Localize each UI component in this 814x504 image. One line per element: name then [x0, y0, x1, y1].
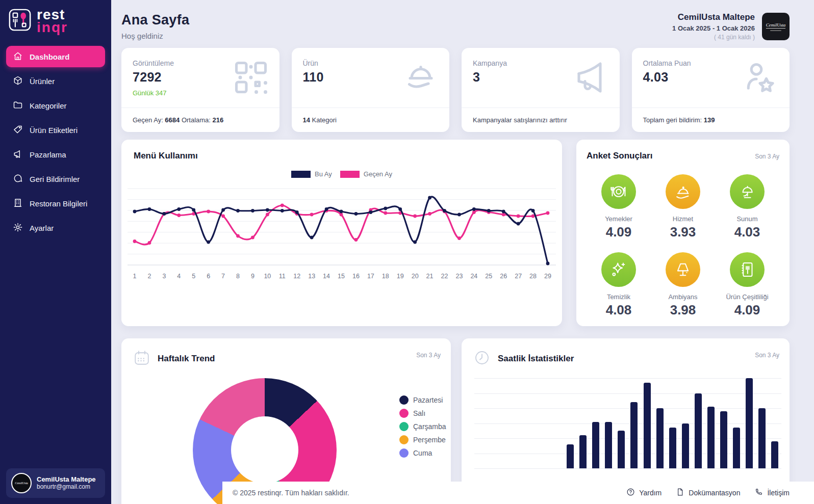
svg-text:9: 9 — [251, 273, 255, 280]
survey-item-yemekler: Yemekler4.09 — [587, 174, 651, 240]
weekly-trend-legend: PazartesiSalıÇarşambaPerşembeCuma — [399, 395, 446, 458]
sidebar-item-ürünler[interactable]: Ürünler — [6, 70, 105, 92]
stat-card-görüntüleme: Görüntüleme7292Günlük 347Geçen Ay: 6684 … — [121, 48, 279, 132]
survey-item-score: 4.09 — [734, 302, 760, 318]
hourly-bar — [644, 383, 651, 468]
qr-icon — [233, 59, 269, 96]
sidebar: rest inqr DashboardÜrünlerKategorilerÜrü… — [0, 0, 111, 504]
svg-text:25: 25 — [485, 273, 492, 280]
survey-item-score: 3.98 — [670, 302, 696, 318]
svg-text:26: 26 — [500, 273, 507, 280]
svg-text:17: 17 — [367, 273, 374, 280]
survey-item-label: Ambiyans — [668, 293, 697, 301]
svg-text:5: 5 — [192, 273, 195, 280]
legend-label: Cuma — [413, 449, 432, 457]
legend-item-bu-ay[interactable]: Bu Ay — [291, 170, 332, 178]
stand-icon — [730, 174, 765, 209]
legend-dot — [399, 395, 409, 405]
survey-item-score: 3.93 — [670, 224, 696, 240]
stat-footer: Geçen Ay: 6684 Ortalama: 216 — [121, 108, 279, 132]
restaurant-logo-text: CemilUsta — [766, 22, 786, 29]
survey-item-sunum: Sunum4.03 — [715, 174, 779, 240]
calendar-icon — [133, 349, 151, 369]
hourly-bar — [733, 428, 740, 468]
svg-text:23: 23 — [455, 273, 463, 280]
svg-text:24: 24 — [470, 273, 477, 280]
menu-usage-line-chart: 1234567891011121314151617181920212223242… — [128, 183, 556, 285]
megaphone-big-icon — [573, 59, 609, 96]
weekly-legend-item-cuma[interactable]: Cuma — [399, 448, 446, 458]
plate-icon — [601, 174, 636, 209]
sidebar-item-label: Dashboard — [30, 52, 69, 61]
survey-grid: Yemekler4.09Hizmet3.93Sunum4.03Temizlik4… — [587, 174, 779, 318]
main-content: Ana Sayfa Hoş geldiniz CemilUsta Maltepe… — [111, 0, 814, 504]
svg-text:12: 12 — [293, 273, 300, 280]
line-series-bu-ay — [135, 197, 548, 263]
svg-text:15: 15 — [338, 273, 345, 280]
phone-icon — [754, 488, 763, 498]
survey-item-label: Hizmet — [673, 215, 693, 223]
sidebar-item-geri-bildirimler[interactable]: Geri Bildirimler — [6, 168, 105, 190]
gear-icon — [13, 222, 23, 234]
sidebar-item-kategoriler[interactable]: Kategoriler — [6, 95, 105, 116]
page-footer: © 2025 restinqr. Tüm hakları saklıdır. Y… — [222, 482, 814, 504]
sidebar-item-label: Ayarlar — [30, 224, 54, 232]
avatar: CemilUsta — [11, 473, 32, 493]
menu-usage-legend: Bu AyGeçen Ay — [121, 170, 562, 178]
footer-link-yardım[interactable]: Yardım — [626, 488, 662, 498]
footer-link-i̇letişim[interactable]: İletişim — [754, 488, 790, 498]
footer-link-dokümantasyon[interactable]: Dokümantasyon — [676, 488, 740, 498]
survey-item-label: Ürün Çeşitliliği — [726, 293, 768, 301]
sidebar-item-ürün-etiketleri[interactable]: Ürün Etiketleri — [6, 119, 105, 141]
sidebar-item-restoran-bilgileri[interactable]: Restoran Bilgileri — [6, 193, 105, 214]
weekly-legend-item-salı[interactable]: Salı — [399, 409, 446, 418]
subscription-date-range: 1 Ocak 2025 - 1 Ocak 2026 — [672, 24, 755, 32]
hourly-bar — [669, 428, 676, 468]
sidebar-item-dashboard[interactable]: Dashboard — [6, 46, 105, 67]
legend-label: Perşembe — [413, 436, 446, 444]
sidebar-nav: DashboardÜrünlerKategorilerÜrün Etiketle… — [0, 46, 111, 238]
footer-link-label: Yardım — [639, 489, 662, 497]
tag-icon — [13, 124, 23, 136]
hourly-stats-title: Saatlik İstatistikler — [498, 354, 574, 364]
page-title: Ana Sayfa — [121, 12, 189, 28]
bottom-row: Haftalık Trend Son 3 Ay PazartesiSalıÇar… — [121, 338, 790, 504]
sidebar-item-ayarlar[interactable]: Ayarlar — [6, 217, 105, 238]
hourly-bar — [630, 402, 638, 468]
hourly-bar — [682, 423, 689, 469]
restaurant-logo-subline — [770, 30, 781, 31]
lamp-icon — [666, 252, 700, 287]
survey-item-score: 4.08 — [606, 302, 632, 318]
user-name: CemilUsta Maltepe — [37, 475, 96, 484]
survey-period-label: Son 3 Ay — [755, 153, 779, 160]
svg-text:29: 29 — [544, 273, 551, 280]
hourly-bar — [579, 435, 587, 468]
legend-label: Bu Ay — [315, 170, 332, 178]
svg-text:7: 7 — [221, 273, 225, 280]
hourly-bar-chart — [474, 378, 781, 468]
svg-text:16: 16 — [352, 273, 360, 280]
serving-icon — [402, 59, 439, 96]
restaurant-logo: CemilUsta — [762, 13, 790, 40]
svg-text:14: 14 — [323, 273, 330, 280]
sidebar-item-pazarlama[interactable]: Pazarlama — [6, 144, 105, 165]
weekly-legend-item-perşembe[interactable]: Perşembe — [399, 435, 446, 444]
legend-item-geçen-ay[interactable]: Geçen Ay — [340, 170, 392, 178]
menu-usage-card: Menü Kullanımı Bu AyGeçen Ay 12345678910… — [121, 140, 562, 326]
legend-dot — [399, 435, 409, 444]
brand-logo: rest inqr — [0, 0, 111, 46]
clock-icon — [473, 349, 491, 369]
restaurant-name: CemilUsta Maltepe — [672, 12, 755, 22]
survey-item-ürün-çeşitliliği: Ürün Çeşitliliği4.09 — [715, 252, 779, 318]
hourly-bar — [758, 408, 766, 468]
brand-word-inqr: inqr — [37, 21, 68, 34]
hourly-bar — [605, 422, 612, 468]
footer-links: YardımDokümantasyonİletişim — [626, 488, 790, 498]
legend-swatch — [340, 171, 360, 178]
weekly-legend-item-pazartesi[interactable]: Pazartesi — [399, 395, 446, 405]
svg-text:1: 1 — [133, 273, 137, 280]
header-restaurant-info: CemilUsta Maltepe 1 Ocak 2025 - 1 Ocak 2… — [672, 12, 790, 41]
weekly-legend-item-çarşamba[interactable]: Çarşamba — [399, 422, 446, 431]
sidebar-user-card[interactable]: CemilUsta CemilUsta Maltepe bonurtr@gmai… — [6, 468, 105, 498]
hourly-bar — [707, 407, 715, 468]
